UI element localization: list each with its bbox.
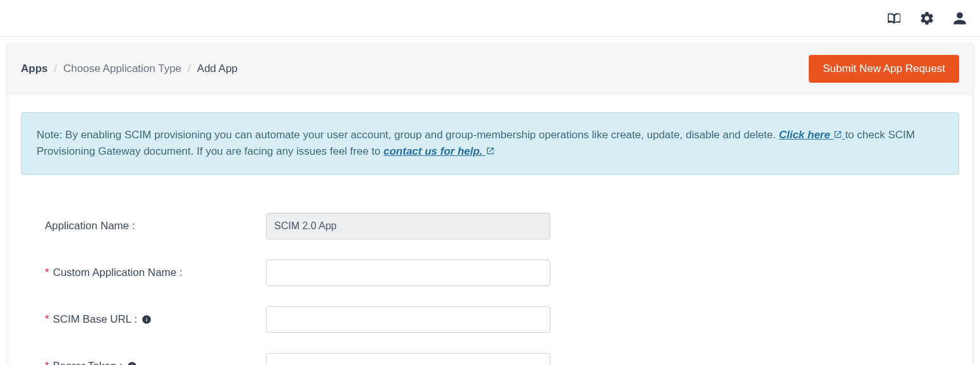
book-open-icon[interactable] bbox=[886, 11, 902, 26]
breadcrumb-row: Apps / Choose Application Type / Add App… bbox=[7, 44, 973, 95]
contact-us-label: contact us for help. bbox=[384, 145, 483, 157]
user-icon[interactable] bbox=[952, 11, 967, 26]
submit-new-app-request-button[interactable]: Submit New App Request bbox=[809, 55, 959, 83]
bearer-token-input[interactable] bbox=[266, 353, 550, 365]
breadcrumb-sep: / bbox=[54, 63, 57, 75]
breadcrumb-current: Add App bbox=[197, 63, 238, 75]
label-application-name: Application Name : bbox=[32, 220, 266, 232]
note-text-prefix: Note: By enabling SCIM provisioning you … bbox=[37, 129, 779, 141]
scim-note: Note: By enabling SCIM provisioning you … bbox=[21, 112, 959, 175]
info-icon[interactable] bbox=[126, 361, 138, 365]
click-here-link[interactable]: Click here bbox=[779, 129, 845, 141]
main-card: Apps / Choose Application Type / Add App… bbox=[6, 43, 974, 365]
page-content: Apps / Choose Application Type / Add App… bbox=[0, 37, 980, 365]
topbar bbox=[0, 0, 980, 37]
breadcrumb-sep: / bbox=[188, 63, 191, 75]
label-text: Bearer Token : bbox=[53, 360, 123, 365]
gear-icon[interactable] bbox=[919, 11, 935, 26]
breadcrumb-apps[interactable]: Apps bbox=[21, 63, 48, 75]
label-bearer-token: * Bearer Token : bbox=[32, 360, 266, 365]
label-scim-base-url: * SCIM Base URL : bbox=[32, 313, 266, 326]
scim-base-url-input[interactable] bbox=[266, 306, 550, 333]
external-link-icon bbox=[486, 144, 495, 153]
breadcrumb: Apps / Choose Application Type / Add App bbox=[21, 63, 238, 75]
contact-us-link[interactable]: contact us for help. bbox=[384, 145, 495, 157]
form-area: Application Name : *Custom Application N… bbox=[7, 186, 973, 365]
row-bearer-token: * Bearer Token : bbox=[32, 353, 948, 365]
application-name-input bbox=[266, 213, 550, 239]
info-icon[interactable] bbox=[141, 314, 152, 325]
row-application-name: Application Name : bbox=[32, 213, 948, 239]
label-text: SCIM Base URL : bbox=[53, 313, 138, 326]
label-custom-name: *Custom Application Name : bbox=[32, 266, 266, 279]
click-here-label: Click here bbox=[779, 129, 830, 141]
label-text: Custom Application Name : bbox=[53, 266, 183, 279]
required-marker: * bbox=[45, 266, 49, 279]
row-custom-name: *Custom Application Name : bbox=[32, 260, 948, 286]
row-scim-base-url: * SCIM Base URL : bbox=[32, 306, 948, 333]
custom-application-name-input[interactable] bbox=[266, 260, 550, 286]
breadcrumb-choose-type[interactable]: Choose Application Type bbox=[63, 63, 181, 75]
external-link-icon bbox=[833, 128, 842, 136]
required-marker: * bbox=[45, 360, 49, 365]
label-text: Application Name : bbox=[45, 220, 135, 232]
required-marker: * bbox=[45, 313, 49, 326]
